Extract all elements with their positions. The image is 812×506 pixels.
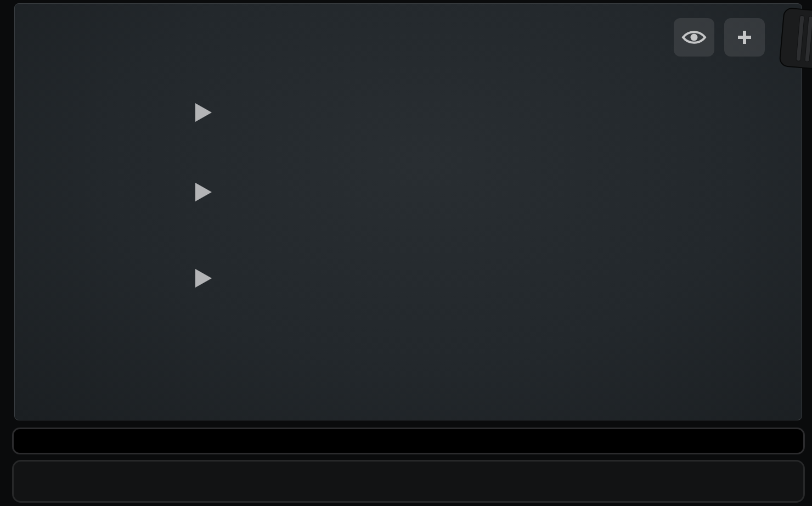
handle-ridge <box>804 16 812 62</box>
min-marker-arrow-icon[interactable] <box>195 269 212 288</box>
scope-display-panel <box>14 3 802 420</box>
plus-icon <box>730 23 759 52</box>
eye-button[interactable] <box>674 18 714 57</box>
add-button[interactable] <box>724 18 765 57</box>
handle-ridge <box>796 15 804 61</box>
record-overview-bar[interactable] <box>12 460 805 503</box>
rms-dc-marker-arrow-icon[interactable] <box>195 183 212 201</box>
recording-title-bar[interactable] <box>12 428 805 454</box>
overview-waveform <box>14 462 803 501</box>
max-marker-arrow-icon[interactable] <box>195 103 212 122</box>
drawer-handle[interactable] <box>779 7 812 70</box>
eye-icon <box>681 26 707 48</box>
oscilloscope-app <box>0 0 812 506</box>
